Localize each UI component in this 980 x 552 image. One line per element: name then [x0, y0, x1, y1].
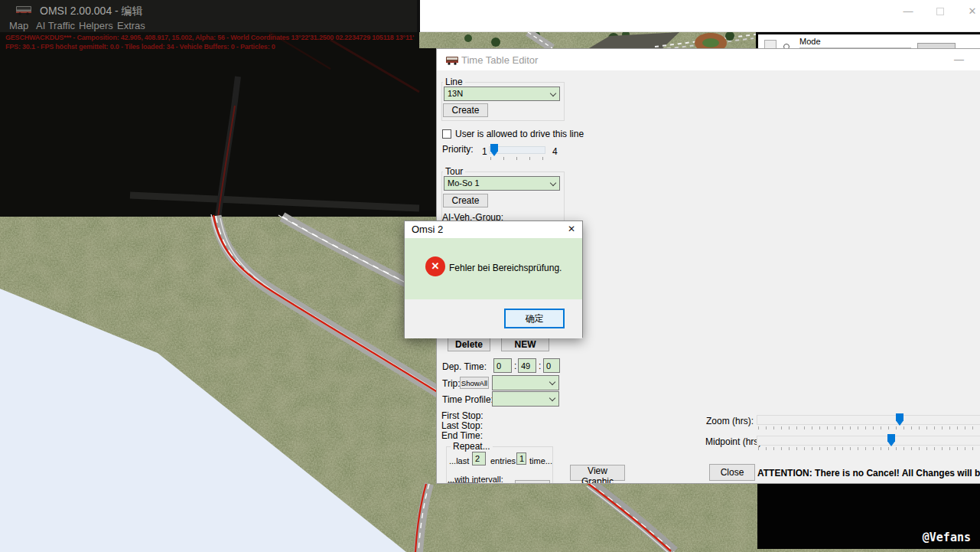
new-button[interactable]: NEW [501, 337, 549, 351]
repeat-time-label: time... [529, 456, 552, 465]
close-icon[interactable]: ✕ [956, 0, 980, 23]
debug-line-1: GESCHWACKDUS*** - Camposition: 42.905, 4… [5, 33, 415, 42]
view-graphic-button[interactable]: View Graphic [570, 465, 625, 481]
chevron-down-icon [549, 395, 555, 401]
midpoint-slider-ticks [758, 447, 980, 450]
priority-min-label: 1 [482, 146, 487, 157]
delete-button[interactable]: Delete [448, 337, 490, 351]
minimize-icon[interactable]: — [891, 0, 925, 23]
midpoint-slider-label: Midpoint (hrs): [705, 436, 764, 447]
watermark-text: @Vefans [923, 531, 971, 544]
zoom-slider-ticks [758, 426, 980, 430]
editor-title: Time Table Editor [461, 54, 538, 66]
repeat-last-input[interactable] [472, 452, 486, 465]
mode-group-label: Mode [799, 37, 821, 46]
zoom-slider-track[interactable] [757, 415, 980, 425]
dialog-footer: 确定 [405, 299, 582, 338]
repeat-enable-button[interactable] [515, 480, 550, 484]
priority-max-label: 4 [552, 146, 558, 157]
screen: OMSI 2.00.004 - 编辑 Map AI Traffic Helper… [0, 0, 980, 552]
omsi-window-titlebar[interactable]: OMSI 2.00.004 - 编辑 Map AI Traffic Helper… [0, 0, 417, 32]
user-allowed-label: User is allowed to drive this line [455, 129, 584, 139]
mode-tool-button[interactable] [764, 40, 777, 48]
trip-label: Trip: [442, 378, 461, 389]
priority-label: Priority: [442, 144, 474, 155]
maximize-icon[interactable] [923, 0, 957, 23]
omsi-window-title: OMSI 2.00.004 - 编辑 [40, 5, 143, 18]
chevron-down-icon [549, 379, 555, 385]
time-profile-combobox[interactable] [492, 391, 559, 407]
midpoint-slider-track[interactable] [757, 436, 980, 446]
omsi-app-icon [15, 4, 32, 15]
repeat-last-label: ...last [449, 456, 469, 465]
chevron-down-icon [550, 90, 556, 96]
show-all-button[interactable]: ShowAll [460, 377, 489, 389]
minimap-blackout-panel: @Vefans [757, 484, 980, 549]
close-button[interactable]: Close [709, 464, 755, 481]
tour-create-button[interactable]: Create [443, 194, 488, 207]
priority-slider-thumb[interactable] [490, 144, 498, 156]
editor-minimize-icon[interactable]: — [954, 54, 964, 65]
omsi-error-dialog: Omsi 2 ✕ ✕ Fehler bei Bereichsprüfung. 确… [404, 220, 583, 338]
debug-line-2: FPS: 30.1 - FPS höchst gemittelt: 0.0 - … [5, 42, 415, 51]
dialog-close-icon[interactable]: ✕ [568, 224, 575, 234]
menu-map[interactable]: Map [9, 20, 28, 31]
last-stop-label: Last Stop: [441, 420, 483, 431]
tour-combobox[interactable]: Mo-So 1 [444, 176, 560, 191]
bus-icon [446, 55, 458, 65]
user-allowed-checkbox[interactable] [442, 129, 451, 139]
dialog-message: Fehler bei Bereichsprüfung. [449, 263, 562, 273]
time-separator: : [539, 361, 541, 371]
dialog-title: Omsi 2 [412, 224, 443, 235]
main-window-titlebar[interactable]: — ✕ [420, 0, 980, 32]
dep-time-seconds-input[interactable] [543, 358, 560, 373]
time-separator: : [514, 361, 516, 371]
dialog-body: ✕ Fehler bei Bereichsprüfung. [405, 238, 582, 299]
menu-helpers[interactable]: Helpers [79, 20, 113, 31]
first-stop-label: First Stop: [441, 410, 483, 421]
repeat-group-label: Repeat... [451, 441, 493, 452]
line-group-label: Line [443, 77, 465, 87]
repeat-interval-input[interactable] [448, 482, 478, 484]
debug-overlay: GESCHWACKDUS*** - Camposition: 42.905, 4… [5, 33, 415, 51]
priority-slider-ticks [490, 157, 547, 160]
attention-warning-text: ATTENTION: There is no Cancel! All Chang… [757, 468, 980, 479]
line-create-button[interactable]: Create [443, 103, 488, 117]
repeat-entries-label: entries [490, 456, 516, 465]
menu-extras[interactable]: Extras [117, 20, 145, 31]
line-combobox-value: 13N [448, 89, 463, 98]
tour-group-label: Tour [443, 166, 465, 177]
zoom-slider-label: Zoom (hrs): [706, 416, 754, 426]
tour-combobox-value: Mo-So 1 [448, 178, 480, 188]
repeat-times-input[interactable] [516, 452, 526, 465]
end-time-label: End Time: [441, 430, 483, 441]
line-combobox[interactable]: 13N [444, 87, 560, 101]
dialog-titlebar[interactable]: Omsi 2 ✕ [405, 221, 582, 238]
ok-button[interactable]: 确定 [504, 309, 565, 328]
chevron-down-icon [550, 180, 556, 186]
time-profile-label: Time Profile: [442, 394, 493, 405]
mode-panel-button[interactable] [917, 43, 956, 48]
editor-titlebar[interactable]: Time Table Editor — [437, 49, 980, 70]
error-icon: ✕ [425, 256, 445, 276]
trip-combobox[interactable] [492, 375, 559, 390]
menu-ai-traffic[interactable]: AI Traffic [36, 20, 75, 31]
dep-time-hours-input[interactable] [493, 358, 512, 373]
dep-time-label: Dep. Time: [442, 361, 487, 372]
dep-time-minutes-input[interactable] [518, 358, 536, 373]
mode-panel: Mode [756, 32, 980, 48]
